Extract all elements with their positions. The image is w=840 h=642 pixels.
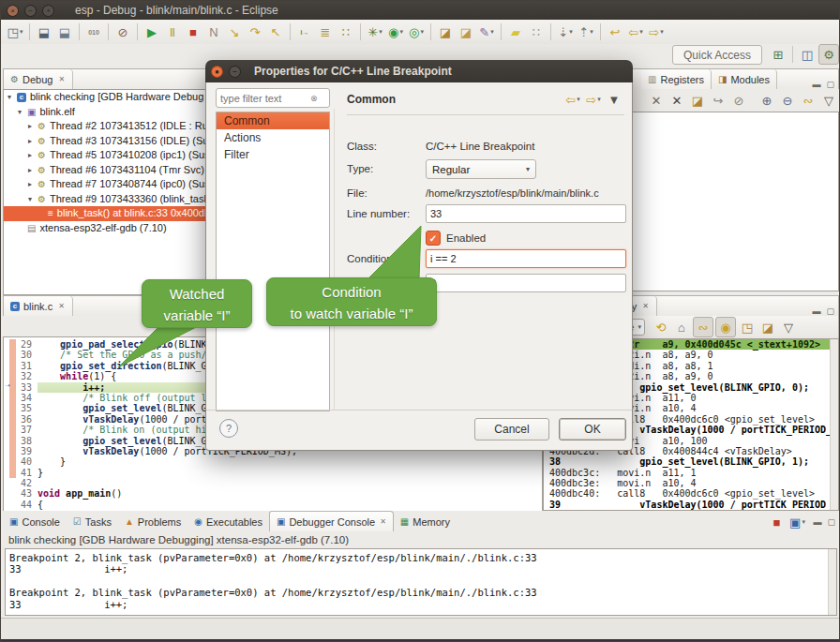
debug-launch-icon[interactable]: ✳▾ (366, 22, 384, 41)
dialog-forward-icon[interactable]: ⇨▾ (584, 90, 603, 109)
back-icon[interactable]: ⇦▾ (626, 22, 645, 41)
tab-blink-c[interactable]: c blink.c ✕ (4, 296, 73, 316)
step-into-icon[interactable]: ↘ (225, 22, 244, 41)
type-select[interactable]: Regular ▾ (426, 159, 536, 179)
remove-all-icon[interactable]: ✕ (668, 91, 686, 110)
terminate-console-icon[interactable]: ■ (767, 513, 786, 531)
disconnect-icon[interactable]: N (204, 22, 223, 41)
debug-perspective-icon[interactable]: ⚙ (818, 44, 839, 65)
goto-file-icon[interactable]: ↪ (709, 91, 728, 110)
skip-all-breakpoints-icon[interactable]: ⊘ (113, 22, 132, 41)
console-tab-executables[interactable]: ◉Executables (188, 512, 269, 531)
next-annotation-icon[interactable]: ⇣▾ (556, 22, 575, 41)
window-maximize-button[interactable]: + (42, 5, 54, 17)
show-breakpoints-for-target-icon[interactable]: ◪ (688, 91, 707, 110)
chevron-collapsed-icon[interactable]: ▸ (28, 177, 38, 192)
remove-icon[interactable]: ✕ (647, 91, 666, 110)
step-filters-icon[interactable]: ∷ (337, 22, 355, 41)
enabled-checkbox[interactable]: ✓ (426, 231, 441, 246)
console-tab-console[interactable]: ▣Console (3, 512, 67, 531)
home-icon[interactable]: ⌂ (672, 318, 691, 336)
condition-input[interactable] (426, 249, 626, 268)
dialog-menu-icon[interactable]: ▼ (605, 90, 623, 109)
collapse-all-icon[interactable]: ⊖ (778, 91, 797, 110)
window-close-button[interactable]: × (7, 5, 19, 17)
tree-launch-item[interactable]: ▾cblink checking [GDB Hardware Debug (4, 90, 208, 105)
close-icon[interactable]: ✕ (380, 517, 386, 526)
tree-thread-item[interactable]: ▸⚙Thread #5 1073410208 (ipc1) (Susp (4, 148, 208, 163)
open-perspective-icon[interactable]: ⊞ (769, 45, 788, 64)
tab-debug[interactable]: ⚙ Debug ✕ (4, 69, 73, 89)
console-tab-tasks[interactable]: ☑Tasks (67, 512, 118, 531)
window-minimize-button[interactable]: − (24, 5, 37, 17)
link-with-debug-icon[interactable]: ∾ (799, 91, 818, 110)
tree-gdb-item[interactable]: ▤xtensa-esp32-elf-gdb (7.10) (4, 221, 208, 236)
save-icon[interactable]: ⬓ (35, 22, 53, 41)
binary-icon[interactable]: 010 (84, 22, 103, 41)
tree-thread-item[interactable]: ▸⚙Thread #6 1073431104 (Tmr Svc) (S (4, 163, 208, 178)
dialog-nav-common[interactable]: Common (217, 112, 329, 129)
chevron-collapsed-icon[interactable]: ▸ (28, 119, 38, 134)
cpp-perspective-icon[interactable]: ◫ (798, 45, 817, 64)
previous-annotation-icon[interactable]: ⇡▾ (577, 22, 595, 41)
dialog-close-button[interactable]: ● (211, 66, 223, 78)
new-wizard-icon[interactable]: ◳▾ (6, 22, 24, 41)
chevron-expanded-icon[interactable]: ▾ (8, 90, 17, 105)
step-return-icon[interactable]: ↖ (266, 22, 285, 41)
dialog-nav-filter[interactable]: Filter (217, 146, 329, 163)
chevron-collapsed-icon[interactable]: ▸ (28, 163, 38, 178)
expand-all-icon[interactable]: ⊕ (758, 91, 776, 110)
chevron-expanded-icon[interactable]: ▾ (28, 192, 38, 207)
help-button[interactable]: ? (219, 419, 238, 438)
ok-button[interactable]: OK (559, 418, 626, 440)
maximize-icon[interactable]: ▢ (827, 517, 835, 527)
minimize-icon[interactable]: ▬ (812, 306, 820, 316)
tree-stackframe-item[interactable]: ≡blink_task() at blink.c:33 0x400db (4, 206, 208, 221)
external-tools-icon[interactable]: ◎▾ (407, 22, 426, 41)
run-launch-icon[interactable]: ◉▾ (386, 22, 405, 41)
console-output[interactable]: Breakpoint 2, blink_task (pvParameter=0x… (5, 548, 837, 616)
maximize-icon[interactable]: ▢ (826, 306, 834, 316)
show-console-icon[interactable]: ≣ (316, 22, 335, 41)
view-menu-icon[interactable]: ▽ (819, 91, 838, 110)
tab-modules[interactable]: ◨Modules (712, 69, 777, 89)
clear-filter-icon[interactable]: ⊗ (310, 94, 318, 103)
terminate-icon[interactable]: ■ (184, 22, 202, 41)
chevron-expanded-icon[interactable]: ▾ (18, 105, 27, 120)
instruction-stepping-icon[interactable]: i→ (295, 22, 314, 41)
console-tab-problems[interactable]: ▲Problems (118, 512, 188, 531)
suspend-icon[interactable]: Ⅱ (163, 22, 182, 41)
open-folder-icon[interactable]: ◪ (436, 22, 455, 41)
refresh-icon[interactable]: ⟲ (652, 318, 670, 336)
minimize-icon[interactable]: ▬ (813, 517, 821, 527)
resume-icon[interactable]: ▶ (142, 22, 161, 41)
last-edit-location-icon[interactable]: ↩ (606, 22, 624, 41)
tree-thread-item[interactable]: ▸⚙Thread #7 1073408744 (ipc0) (Susp (4, 177, 208, 192)
close-icon[interactable]: ✕ (57, 74, 66, 84)
dialog-nav-actions[interactable]: Actions (217, 129, 329, 146)
tree-target-item[interactable]: ▾▣blink.elf (4, 105, 208, 120)
tree-thread-item[interactable]: ▸⚙Thread #3 1073413156 (IDLE) (Susp (4, 134, 208, 149)
scrollbar[interactable] (830, 339, 838, 510)
highlighter-icon[interactable]: ▰ (506, 22, 525, 41)
pencil-icon[interactable]: ✎▾ (477, 22, 496, 41)
console-tab-memory[interactable]: ▦Memory (394, 512, 457, 531)
scrollbar[interactable] (828, 549, 836, 615)
chevron-collapsed-icon[interactable]: ▸ (28, 134, 38, 149)
close-icon[interactable]: ✕ (57, 301, 66, 311)
chevron-collapsed-icon[interactable]: ▸ (28, 148, 38, 163)
mark-occurrences-icon[interactable]: ∷ (527, 22, 546, 41)
skip-breakpoints-icon[interactable]: ⊘ (729, 91, 748, 110)
quick-access-button[interactable]: Quick Access (672, 45, 762, 65)
track-expression-icon[interactable]: ◉ (715, 317, 736, 337)
disasm-menu-icon[interactable]: ▽ (779, 318, 798, 336)
display-console-icon[interactable]: ▣▾ (788, 513, 806, 531)
tab-registers[interactable]: ▥Registers (641, 69, 712, 89)
ignore-count-input[interactable] (426, 274, 626, 292)
open-new-view-icon[interactable]: ◳ (738, 318, 757, 336)
cancel-button[interactable]: Cancel (474, 418, 549, 440)
filter-input[interactable] (217, 92, 308, 105)
step-over-icon[interactable]: ↷ (246, 22, 264, 41)
dialog-minimize-button[interactable]: − (229, 66, 241, 78)
pin-view-icon[interactable]: ◪ (758, 318, 777, 336)
